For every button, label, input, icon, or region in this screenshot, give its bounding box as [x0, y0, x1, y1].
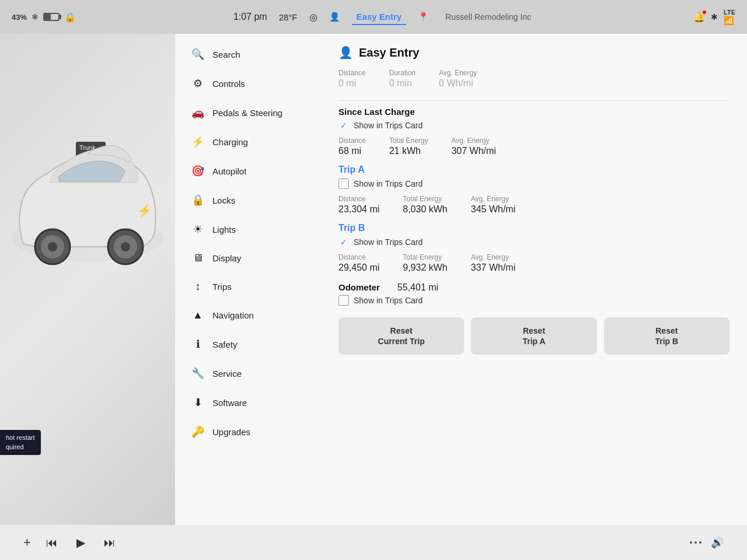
reset-current-label: ResetCurrent Trip	[378, 326, 425, 346]
locks-icon: 🔒	[191, 194, 204, 206]
tb-distance-value: 29,450 mi	[338, 262, 379, 272]
current-duration-col: Duration 0 min	[389, 69, 416, 89]
current-energy-label: Avg. Energy	[439, 69, 477, 77]
menu-label-display: Display	[212, 253, 241, 263]
odometer-check	[338, 295, 349, 306]
status-center: 1:07 pm 28°F ◎ 👤 Easy Entry 📍 Russell Re…	[83, 9, 686, 25]
ta-avg-value: 345 Wh/mi	[471, 204, 515, 214]
menu-item-trips[interactable]: ↕ Trips	[175, 272, 321, 301]
menu-item-service[interactable]: 🔧 Service	[175, 359, 321, 388]
status-left: 43% ❄ 🔒	[12, 12, 76, 23]
menu-label-software: Software	[212, 398, 247, 408]
trip-b-show-row[interactable]: ✓ Show in Trips Card	[338, 237, 729, 247]
tb-distance-col: Distance 29,450 mi	[338, 253, 379, 273]
prev-button[interactable]: ⏮	[43, 533, 61, 553]
menu-item-search[interactable]: 🔍 Search	[175, 40, 321, 69]
svg-point-3	[48, 242, 57, 251]
person-icon: 👤	[338, 46, 353, 60]
tab-easy-entry[interactable]: Easy Entry	[352, 9, 407, 25]
play-button[interactable]: ▶	[73, 532, 89, 553]
menu-label-pedals: Pedals & Steering	[212, 108, 282, 118]
current-trip-section: Distance 0 mi Duration 0 min Avg. Energy…	[338, 69, 729, 89]
search-icon: 🔍	[191, 48, 204, 61]
panel-title-text: Easy Entry	[359, 46, 419, 60]
since-last-charge-title: Since Last Charge	[338, 107, 729, 117]
menu-label-locks: Locks	[212, 195, 235, 205]
snowflake-icon: ❄	[32, 12, 39, 22]
left-menu: 🔍 Search ⚙ Controls 🚗 Pedals & Steering …	[175, 34, 321, 525]
software-icon: ⬇	[191, 396, 204, 409]
main-content: Trunk Opened	[0, 34, 747, 525]
tb-energy-col: Total Energy 9,932 kWh	[403, 253, 447, 273]
menu-item-charging[interactable]: ⚡ Charging	[175, 127, 321, 156]
since-last-charge-stats: Distance 68 mi Total Energy 21 kWh Avg. …	[338, 136, 729, 156]
reset-trip-a-button[interactable]: ResetTrip A	[471, 317, 596, 355]
menu-item-autopilot[interactable]: 🎯 Autopilot	[175, 156, 321, 186]
reset-trip-b-button[interactable]: ResetTrip B	[604, 317, 729, 355]
menu-item-locks[interactable]: 🔒 Locks	[175, 186, 321, 215]
ta-energy-col: Total Energy 8,030 kWh	[403, 195, 447, 215]
time-display: 1:07 pm	[233, 12, 267, 22]
trip-a-show-row[interactable]: Show in Trips Card	[338, 178, 729, 189]
add-button[interactable]: +	[23, 535, 31, 550]
tab-russell-label: Russell Remodeling Inc	[445, 12, 531, 22]
status-bar: 43% ❄ 🔒 1:07 pm 28°F ◎ 👤 Easy Entry 📍 Ru…	[0, 0, 747, 34]
menu-label-search: Search	[212, 50, 240, 60]
person-tab-icon: 👤	[329, 12, 340, 22]
ta-energy-value: 8,030 kWh	[403, 204, 447, 214]
menu-label-charging: Charging	[212, 137, 248, 147]
bottom-bar: + ⏮ ▶ ⏭ 🔊	[0, 525, 747, 560]
menu-label-service: Service	[212, 369, 242, 379]
tab-russell[interactable]: Russell Remodeling Inc	[441, 10, 536, 24]
ta-distance-value: 23,304 mi	[338, 204, 379, 214]
reset-current-trip-button[interactable]: ResetCurrent Trip	[338, 317, 464, 355]
svg-point-6	[121, 242, 130, 251]
current-trip-stats: Distance 0 mi Duration 0 min Avg. Energy…	[338, 69, 729, 89]
volume-icon[interactable]: 🔊	[711, 536, 724, 549]
battery-icon	[43, 13, 60, 21]
reset-trip-a-label: ResetTrip A	[522, 326, 545, 346]
display-icon: 🖥	[191, 252, 204, 264]
battery-percent: 43%	[12, 13, 27, 22]
since-last-charge-show-row[interactable]: ✓ Show in Trips Card	[338, 120, 729, 131]
menu-item-safety[interactable]: ℹ Safety	[175, 330, 321, 359]
bell-icon: 🔔	[693, 12, 705, 23]
slc-energy-col: Total Energy 21 kWh	[389, 136, 428, 156]
tb-energy-label: Total Energy	[403, 253, 447, 261]
current-energy-col: Avg. Energy 0 Wh/mi	[439, 69, 477, 89]
tb-avg-value: 337 Wh/mi	[471, 262, 515, 272]
menu-label-safety: Safety	[212, 340, 238, 349]
menu-item-software[interactable]: ⬇ Software	[175, 388, 321, 417]
trip-b-title[interactable]: Trip B	[338, 223, 729, 233]
slc-avg-label: Avg. Energy	[451, 136, 495, 145]
menu-item-controls[interactable]: ⚙ Controls	[175, 69, 321, 98]
safety-icon: ℹ	[191, 338, 204, 351]
menu-item-upgrades[interactable]: 🔑 Upgrades	[175, 417, 321, 446]
lte-signal: LTE📶	[724, 9, 735, 25]
upgrades-icon: 🔑	[191, 425, 204, 438]
since-last-charge-check: ✓	[338, 120, 349, 131]
ta-distance-col: Distance 23,304 mi	[338, 195, 379, 215]
tab-easy-entry-label: Easy Entry	[357, 12, 402, 22]
menu-item-lights[interactable]: ☀ Lights	[175, 215, 321, 244]
trip-a-title[interactable]: Trip A	[338, 164, 729, 175]
menu-label-controls: Controls	[212, 79, 245, 89]
menu-item-navigation[interactable]: ▲ Navigation	[175, 301, 321, 330]
circle-icon: ◎	[309, 12, 317, 23]
menu-item-display[interactable]: 🖥 Display	[175, 244, 321, 272]
bluetooth-icon: ✱	[711, 12, 718, 22]
next-button[interactable]: ⏭	[100, 533, 119, 553]
trip-b-stats: Distance 29,450 mi Total Energy 9,932 kW…	[338, 253, 729, 273]
slc-distance-label: Distance	[338, 136, 366, 145]
menu-label-lights: Lights	[212, 225, 236, 235]
trip-a-check	[338, 178, 349, 189]
lights-icon: ☀	[191, 223, 204, 236]
controls-icon: ⚙	[191, 77, 204, 90]
odometer-show-row[interactable]: Show in Trips Card	[338, 295, 729, 306]
odometer-show-label: Show in Trips Card	[354, 296, 423, 305]
bottom-right: 🔊	[690, 536, 724, 549]
menu-label-upgrades: Upgrades	[212, 427, 250, 437]
charging-icon: ⚡	[191, 135, 204, 148]
menu-item-pedals[interactable]: 🚗 Pedals & Steering	[175, 98, 321, 127]
ta-avg-col: Avg. Energy 345 Wh/mi	[471, 195, 515, 215]
